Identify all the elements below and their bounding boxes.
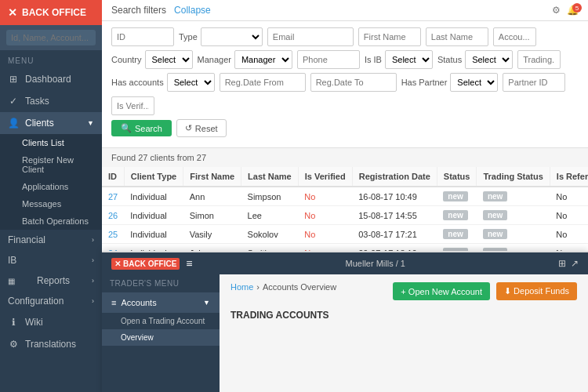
cell-reg-date: 16-08-17 10:49: [352, 187, 437, 206]
sidebar-item-label: Reports: [37, 275, 70, 286]
search-input[interactable]: [6, 30, 96, 45]
submenu-messages[interactable]: Messages: [0, 195, 102, 212]
breadcrumb-separator: ›: [256, 282, 260, 292]
cell-reg-date: 03-08-17 17:21: [352, 225, 437, 244]
overlay-main-content: Home › Accounts Overview + Open New Acco…: [220, 274, 588, 392]
overlay-arrow-icon[interactable]: ↗: [571, 258, 579, 269]
sidebar-item-label: Financial: [8, 234, 45, 245]
cell-id[interactable]: 27: [102, 187, 124, 206]
sidebar-item-label: Translations: [25, 339, 76, 350]
cell-first-name: Ann: [183, 187, 241, 206]
overlay-header-icons: ⊞ ↗: [558, 258, 579, 269]
cell-id[interactable]: 25: [102, 225, 124, 244]
trading-filter-group: [517, 50, 561, 69]
sidebar-item-configuration[interactable]: Configuration ›: [0, 291, 102, 311]
sidebar-item-reports[interactable]: ▦ Reports ›: [0, 270, 102, 291]
account-input[interactable]: [493, 27, 536, 46]
sidebar-item-wiki[interactable]: ℹ Wiki: [0, 311, 102, 333]
is-ib-label: Is IB: [365, 55, 382, 64]
phone-input[interactable]: [297, 50, 360, 69]
reg-date-to-input[interactable]: [310, 73, 397, 92]
overlay-logo-icon: ✕: [114, 260, 121, 268]
sidebar-item-tasks[interactable]: ✓ Tasks: [0, 90, 102, 112]
reset-button[interactable]: ↺ Reset: [176, 119, 227, 137]
firstname-filter-group: [358, 27, 421, 46]
open-new-account-button[interactable]: + Open New Account: [393, 282, 490, 300]
cell-verified: No: [298, 187, 352, 206]
chevron-right-icon: ›: [92, 297, 94, 305]
email-filter-group: [267, 27, 354, 46]
type-filter-group: Type Individual Corporate: [179, 27, 263, 46]
submenu-applications[interactable]: Applications: [0, 178, 102, 195]
breadcrumb-home[interactable]: Home: [230, 282, 253, 292]
breadcrumb-page: Accounts Overview: [263, 282, 336, 292]
cell-last-name: Simpson: [241, 187, 299, 206]
reg-date-from-group: [220, 73, 306, 92]
overlay-submenu-open-trading[interactable]: Open a Trading Account: [102, 313, 220, 329]
reg-date-from-input[interactable]: [220, 73, 306, 92]
deposit-funds-button[interactable]: ⬇ Deposit Funds: [496, 282, 577, 300]
tasks-icon: ✓: [8, 96, 19, 107]
cell-status: new: [437, 206, 477, 225]
sidebar-item-financial[interactable]: Financial ›: [0, 230, 102, 250]
trader-menu-label: TRADER'S MENU: [102, 274, 220, 292]
bell-icon[interactable]: 🔔 5: [567, 5, 579, 16]
main-header: Search filters Collapse ⚙ 🔔 5: [102, 0, 588, 21]
id-input[interactable]: [111, 27, 174, 46]
hamburger-icon[interactable]: ≡: [186, 257, 192, 270]
overlay-breadcrumb: Home › Accounts Overview: [230, 282, 336, 292]
sidebar-item-translations[interactable]: ⚙ Translations: [0, 333, 102, 355]
translate-icon: ⚙: [8, 339, 19, 350]
country-filter-group: Country Select: [111, 50, 193, 69]
status-select[interactable]: Select: [465, 50, 513, 69]
logo-icon: ✕: [8, 6, 17, 19]
sidebar: ✕ BACK OFFICE MENU ⊞ Dashboard ✓ Tasks 👤…: [0, 0, 102, 392]
submenu-clients-list[interactable]: Clients List: [0, 134, 102, 151]
gear-icon[interactable]: ⚙: [552, 5, 561, 16]
firstname-input[interactable]: [358, 27, 421, 46]
status-filter-group: Status Select: [437, 50, 513, 69]
overlay-actions: + Open New Account ⬇ Deposit Funds: [393, 282, 577, 300]
col-header-id: ID: [102, 167, 124, 187]
chevron-right-icon: ›: [92, 277, 94, 285]
has-partner-select[interactable]: Select: [450, 73, 498, 92]
cell-status: new: [437, 225, 477, 244]
sidebar-logo[interactable]: ✕ BACK OFFICE: [0, 0, 102, 25]
is-verified-input[interactable]: [111, 96, 154, 115]
overlay-submenu-overview[interactable]: Overview: [102, 329, 220, 346]
collapse-link[interactable]: Collapse: [174, 5, 211, 16]
clients-submenu: Clients List Register New Client Applica…: [0, 134, 102, 230]
filters-header: Search filters Collapse: [111, 5, 211, 16]
status-label: Status: [437, 55, 462, 64]
sidebar-item-ib[interactable]: IB ›: [0, 250, 102, 270]
is-verified-filter-group: [111, 96, 154, 115]
reset-icon: ↺: [185, 123, 192, 133]
email-input[interactable]: [267, 27, 354, 46]
has-partner-label: Has Partner: [401, 78, 448, 87]
sidebar-item-clients[interactable]: 👤 Clients ▼: [0, 112, 102, 134]
sidebar-item-label: Wiki: [25, 317, 43, 328]
country-select[interactable]: Select: [145, 50, 193, 69]
search-button[interactable]: 🔍 Search: [111, 120, 172, 136]
results-info: Found 27 clients from 27: [102, 148, 588, 167]
has-accounts-select[interactable]: Select: [167, 73, 215, 92]
submenu-batch-operations[interactable]: Batch Operations: [0, 212, 102, 230]
is-ib-select[interactable]: Select: [385, 50, 433, 69]
partner-id-input[interactable]: [503, 73, 565, 92]
chevron-right-icon: ›: [92, 256, 94, 264]
col-header-client-type: Client Type: [124, 167, 183, 187]
cell-id[interactable]: 26: [102, 206, 124, 225]
col-header-is-verified: Is Verified: [298, 167, 352, 187]
lastname-input[interactable]: [426, 27, 488, 46]
submenu-register-new-client[interactable]: Register New Client: [0, 151, 102, 178]
overlay-menu-accounts[interactable]: ≡ Accounts ▼: [102, 292, 220, 313]
search-icon: 🔍: [121, 123, 132, 133]
overlay-grid-icon[interactable]: ⊞: [558, 258, 566, 269]
manager-select[interactable]: Manager: [234, 50, 292, 69]
trading-input[interactable]: [517, 50, 561, 69]
type-select[interactable]: Individual Corporate: [201, 27, 263, 46]
has-accounts-label: Has accounts: [111, 78, 164, 87]
sidebar-item-dashboard[interactable]: ⊞ Dashboard: [0, 68, 102, 90]
cell-type: Individual: [124, 187, 183, 206]
search-filters-label: Search filters: [111, 5, 166, 16]
